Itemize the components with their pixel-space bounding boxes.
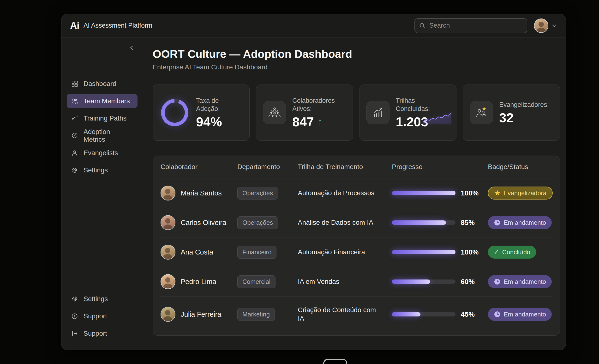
member-avatar	[160, 186, 176, 201]
table-body: Maria Santos Operações Automação de Proc…	[160, 178, 552, 332]
gauge-icon	[71, 132, 78, 139]
status-badge: ★ ✓ Em andamento	[488, 308, 552, 321]
column-header-colaborador: Colaborador	[160, 163, 237, 171]
stat-card-adoption-rate: Taxa de Adoção: 94%	[153, 85, 250, 141]
status-label: Em andamento	[504, 311, 546, 318]
search-box[interactable]	[414, 18, 527, 33]
progress-bar-track	[392, 312, 456, 316]
trend-up-arrow-icon: ↑	[317, 116, 323, 127]
sidebar-item-adoption-metrics[interactable]: Adoption Metrics	[67, 129, 138, 143]
sidebar-collapse-icon[interactable]	[128, 44, 135, 51]
member-avatar	[160, 215, 176, 230]
sidebar-footer-settings[interactable]: Settings	[67, 292, 138, 306]
progress-bar-track	[392, 191, 456, 195]
sidebar-item-team-members[interactable]: Team Members	[67, 94, 138, 108]
icon-tile	[263, 101, 286, 124]
table-row[interactable]: Maria Santos Operações Automação de Proc…	[160, 178, 552, 208]
sidebar-item-dashboard[interactable]: Dashboard	[67, 77, 138, 91]
user-avatar	[534, 18, 548, 33]
sidebar-item-settings[interactable]: Settings	[67, 163, 138, 177]
department-chip: Operações	[237, 187, 278, 200]
sparkline-fill	[423, 113, 451, 124]
sidebar: Dashboard Team Members	[62, 37, 143, 350]
member-name: Carlos Oliveira	[181, 219, 226, 227]
stat-label: Evangelizadores:	[499, 101, 549, 109]
column-header-progresso: Progresso	[392, 163, 488, 171]
sidebar-item-label: Training Paths	[84, 115, 127, 122]
stat-cards: Taxa de Adoção: 94%	[153, 85, 560, 141]
clock-icon	[494, 219, 501, 226]
stat-label: Trilhas Concluídas:	[396, 97, 447, 113]
table-row[interactable]: Ana Costa Financeiro Automação Financeir…	[160, 237, 552, 267]
dashboard-grid-icon	[71, 80, 78, 87]
donut-ring-chart	[159, 98, 190, 128]
stat-card-completed-tracks: Trilhas Concluídas: 1.203	[360, 85, 457, 141]
progress-bar-fill	[392, 279, 430, 284]
gear-icon	[71, 167, 78, 174]
training-track-name: Automação Financeira	[298, 248, 378, 257]
sidebar-footer-logout[interactable]: Support	[67, 327, 138, 340]
stat-value: 32	[499, 111, 549, 124]
progress-bar-fill	[392, 312, 421, 316]
sidebar-item-training-paths[interactable]: Training Paths	[67, 111, 138, 125]
training-path-icon	[71, 115, 78, 122]
stat-label: Taxa de Adoção:	[196, 97, 243, 113]
member-name: Ana Costa	[181, 248, 213, 256]
member-name: Julia Ferreira	[181, 311, 221, 318]
table-row[interactable]: Julia Ferreira Marketing Criação de Cont…	[160, 296, 552, 332]
home-indicator	[323, 359, 347, 364]
stat-card-active-collaborators: Colaboradores Ativos: 847 ↑	[256, 85, 353, 141]
sidebar-item-label: Dashboard	[84, 80, 116, 88]
member-name: Maria Santos	[181, 189, 222, 197]
sidebar-item-label: Support	[84, 312, 107, 320]
table-header-row: Colaborador Departamento Trilha de Trein…	[160, 156, 552, 178]
sidebar-item-label: Settings	[84, 166, 108, 174]
logout-icon	[71, 330, 78, 337]
divider	[68, 284, 136, 284]
stat-card-evangelizers: Evangelizadores: 32	[463, 85, 560, 141]
clock-icon	[494, 311, 501, 318]
page-subtitle: Enterprise AI Team Culture Dashboard	[153, 63, 560, 71]
table-row[interactable]: Pedro Lima Comercial IA em Vendas	[160, 267, 552, 296]
member-name: Pedro Lima	[181, 278, 216, 286]
department-chip: Operações	[237, 216, 278, 229]
stat-value: 847	[292, 115, 314, 129]
status-label: Em andamento	[504, 278, 546, 285]
status-label: Evangelizadora	[503, 189, 546, 197]
gear-icon	[71, 295, 78, 302]
training-track-name: Automação de Processos	[298, 189, 378, 197]
progress-percent: 100%	[461, 189, 478, 197]
team-table-panel: Colaborador Departamento Trilha de Trein…	[153, 156, 560, 336]
search-icon	[419, 23, 425, 29]
status-badge: ★ ✓ Concluído	[488, 246, 536, 259]
clock-icon	[494, 278, 501, 285]
people-group-icon	[268, 106, 282, 120]
progress-bar-track	[392, 220, 456, 225]
main-content: OORT Culture — Adoption Dashboard Enterp…	[143, 37, 566, 350]
team-members-icon	[71, 98, 78, 105]
status-label: Concluído	[502, 249, 530, 256]
progress-bar-track	[392, 279, 456, 284]
people-star-icon	[475, 106, 488, 120]
status-label: Em andamento	[504, 219, 546, 226]
app-window: Ai AI Assessment Platform	[61, 14, 566, 350]
progress-bar-track	[392, 250, 456, 254]
star-icon	[483, 107, 486, 110]
progress-bar-fill	[392, 250, 456, 254]
table-row[interactable]: Carlos Oliveira Operações Análise de Dad…	[160, 208, 552, 237]
column-header-trilha: Trilha de Treinamento	[298, 163, 392, 171]
profile-menu-button[interactable]	[534, 18, 557, 33]
top-bar: Ai AI Assessment Platform	[62, 14, 566, 37]
sidebar-nav: Dashboard Team Members	[67, 77, 138, 177]
training-track-name: IA em Vendas	[298, 277, 378, 286]
star-icon: ★	[494, 189, 501, 197]
department-chip: Marketing	[237, 308, 275, 321]
progress-percent: 85%	[461, 219, 475, 227]
bar-chart-trend-icon	[371, 106, 385, 120]
sidebar-footer-support[interactable]: ? Support	[67, 309, 138, 323]
progress-bar-fill	[392, 220, 446, 225]
progress-bar-fill	[392, 191, 456, 195]
sidebar-item-evangelists[interactable]: Evangelists	[67, 146, 138, 160]
search-input[interactable]	[429, 22, 522, 29]
progress-percent: 100%	[461, 248, 478, 256]
